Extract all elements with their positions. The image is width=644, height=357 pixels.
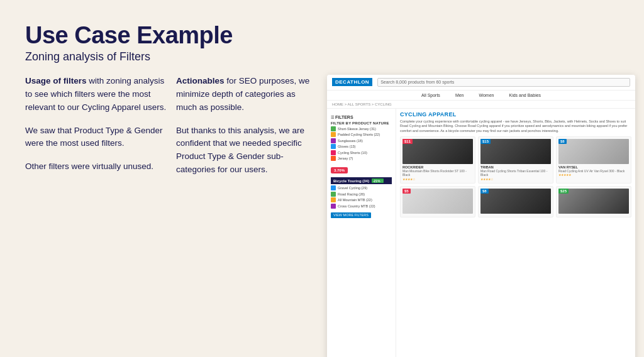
right-block-2: But thanks to this analysis, we are conf…: [176, 124, 314, 177]
sub-title: Zoning analysis of Filters: [25, 50, 619, 63]
sport-badge: -21% ↑: [372, 178, 384, 183]
filter-item-6: Jersey (7): [331, 156, 392, 161]
search-placeholder-text: Search 8,000 products from 60 sports: [380, 80, 454, 84]
product-name-2: Man Road Cycling Shorts Triban Essential…: [480, 169, 551, 177]
filter-product-title: FILTER BY PRODUCT NATURE: [331, 121, 392, 125]
product-card-4[interactable]: $5: [400, 186, 475, 217]
nav-women[interactable]: Women: [479, 93, 494, 97]
product-img-3: [558, 139, 629, 164]
filter-dot-4: [331, 144, 336, 149]
filter-label-4: Gloves (13): [338, 145, 355, 148]
dec-category-title: CYCLING APPAREL: [400, 111, 631, 118]
view-more-button[interactable]: VIEW MORE FILTERS: [331, 212, 371, 218]
filter-label-1: Short-Sleeve Jersey (31): [338, 127, 376, 131]
filter-item-5: Cycling Shorts (10): [331, 150, 392, 155]
filter-label-2: Padded Cycling Shorts (22): [338, 133, 380, 136]
stars-2: ★★★★☆: [480, 177, 551, 181]
filter-item-4: Gloves (13): [331, 144, 392, 149]
sport-label-3: All Mountain MTB (22): [338, 198, 372, 202]
dec-search[interactable]: Search 8,000 products from 60 sports: [377, 78, 630, 87]
price-badge-2: $15: [480, 139, 491, 144]
sport-item-3: All Mountain MTB (22): [331, 197, 392, 202]
bold-usage: Usage of filters: [25, 76, 87, 85]
text-product-type: We saw that Product Type & Gender were t…: [25, 124, 170, 151]
product-card-2[interactable]: $15 TRIBAN Man Road Cycling Shorts Triba…: [478, 136, 553, 184]
content-area: Usage of filters with zoning analysis to…: [25, 75, 619, 357]
product-img-4: [402, 189, 473, 214]
right-block-1: Actionables for SEO purposes, we minimiz…: [176, 75, 314, 114]
stars-3: ★★★★★: [558, 173, 629, 177]
filter-label-6: Jersey (7): [338, 157, 353, 160]
slide-header: Use Case Example Zoning analysis of Filt…: [25, 23, 619, 63]
filter-dot-1: [331, 126, 336, 131]
bold-actionables: Actionables: [176, 76, 225, 85]
browser-mock: DECATHLON Search 8,000 products from 60 …: [327, 75, 635, 357]
slide: Use Case Example Zoning analysis of Filt…: [0, 0, 644, 357]
left-panel: Usage of filters with zoning analysis to…: [25, 75, 176, 357]
sport-dot-4: [331, 204, 336, 209]
product-card-3[interactable]: $8 VAN RYSEL Road Cycling Anti UV Air Va…: [556, 136, 631, 184]
dec-page-content: ☰ FILTERS FILTER BY PRODUCT NATURE Short…: [327, 109, 635, 357]
filter-item-1: Short-Sleeve Jersey (31): [331, 126, 392, 131]
price-badge-3: $8: [558, 139, 567, 144]
mock-area: DECATHLON Search 8,000 products from 60 …: [321, 75, 635, 357]
filter-dot-5: [331, 150, 336, 155]
sport-dot-1: [331, 185, 336, 190]
nav-kids[interactable]: Kids and Babies: [509, 93, 541, 97]
filter-item-2: Padded Cycling Shorts (22): [331, 132, 392, 137]
filter-by-product: FILTER BY PRODUCT NATURE Short-Sleeve Je…: [331, 121, 392, 162]
products-grid-2: $5 $8 $25: [400, 186, 631, 217]
stars-1: ★★★★☆: [402, 177, 473, 181]
sport-label-2: Road Racing (26): [338, 192, 365, 196]
left-block-1: Usage of filters with zoning analysis to…: [25, 75, 170, 114]
filter-sport-items: Gravel Cycling (29) Road Racing (26) All…: [331, 185, 392, 209]
sport-item-4: Cross Country MTB (22): [331, 204, 392, 209]
product-img-5: [480, 189, 551, 214]
text-other-filters: Other filters were virtually unused.: [25, 160, 170, 173]
products-grid-1: $11 ROCKRIDER Man Mountain Bike Shorts R…: [400, 136, 631, 184]
sport-dot-2: [331, 192, 336, 197]
right-panel: Actionables for SEO purposes, we minimiz…: [176, 75, 321, 357]
product-card-6[interactable]: $25: [556, 186, 631, 217]
dec-main: CYCLING APPAREL Complete your cycling ex…: [396, 109, 635, 357]
product-name-1: Man Mountain Bike Shorts Rockrider ST 10…: [402, 169, 473, 177]
product-card-1[interactable]: $11 ROCKRIDER Man Mountain Bike Shorts R…: [400, 136, 475, 184]
cta-bar[interactable]: 3.70%: [331, 167, 348, 173]
product-img-2: [480, 139, 551, 164]
sport-item-1: Gravel Cycling (29): [331, 185, 392, 190]
price-badge-6: $25: [558, 189, 569, 194]
dec-category-desc: Complete your cycling experience with co…: [400, 119, 631, 134]
dec-header: DECATHLON Search 8,000 products from 60 …: [327, 75, 635, 91]
product-card-5[interactable]: $8: [478, 186, 553, 217]
dec-sidebar: ☰ FILTERS FILTER BY PRODUCT NATURE Short…: [327, 109, 396, 357]
filter-item-3: Sunglasses (18): [331, 138, 392, 143]
product-img-6: [558, 189, 629, 214]
nav-all-sports[interactable]: All Sports: [421, 93, 440, 97]
sport-dot-3: [331, 197, 336, 202]
filter-label-5: Cycling Shorts (10): [338, 151, 367, 155]
filter-dot-6: [331, 156, 336, 161]
left-block-2: We saw that Product Type & Gender were t…: [25, 124, 170, 151]
filter-by-sport-section: Bicycle Touring (34) -21% ↑ Gravel Cycli…: [331, 177, 392, 218]
dec-breadcrumb: HOME > ALL SPORTS > CYCLING: [327, 101, 635, 109]
filter-dot-3: [331, 138, 336, 143]
main-title: Use Case Example: [25, 23, 619, 49]
sport-bar-label: Bicycle Touring (34): [333, 179, 369, 183]
sport-label-1: Gravel Cycling (29): [338, 186, 367, 190]
left-block-3: Other filters were virtually unused.: [25, 160, 170, 173]
sport-label-4: Cross Country MTB (22): [338, 204, 375, 208]
price-badge-4: $5: [402, 189, 411, 194]
price-badge-5: $8: [480, 189, 489, 194]
dec-filters-label: ☰ FILTERS: [331, 115, 392, 119]
text-but-thanks: But thanks to this analysis, we are conf…: [176, 124, 314, 177]
product-img-1: [402, 139, 473, 164]
filter-dot-2: [331, 132, 336, 137]
price-badge-1: $11: [402, 139, 413, 144]
filter-label-3: Sunglasses (18): [338, 139, 363, 143]
sport-bar: Bicycle Touring (34) -21% ↑: [331, 177, 392, 184]
sport-item-2: Road Racing (26): [331, 192, 392, 197]
dec-nav: All Sports Men Women Kids and Babies: [327, 91, 635, 101]
dec-logo: DECATHLON: [332, 78, 372, 86]
nav-men[interactable]: Men: [455, 93, 464, 97]
